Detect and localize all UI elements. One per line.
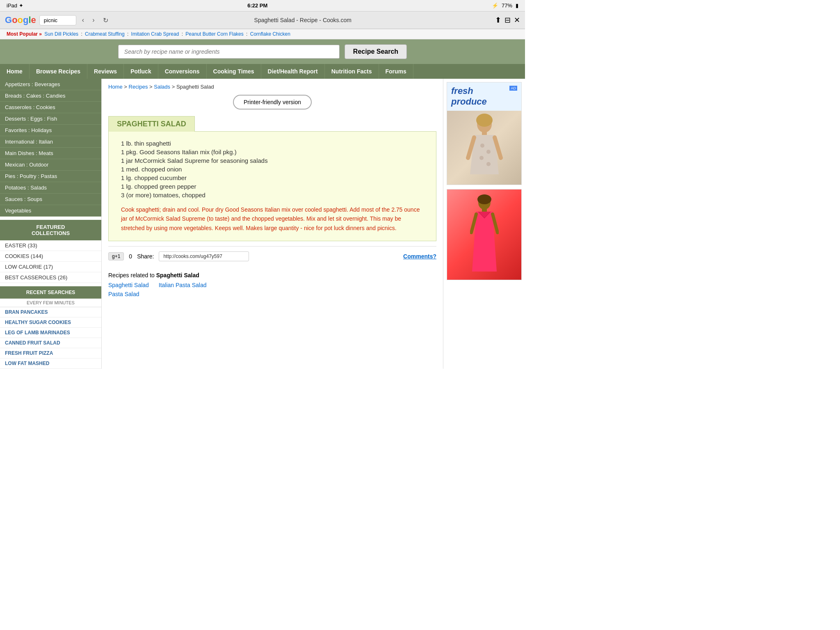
svg-rect-9 xyxy=(482,208,487,212)
breadcrumb: Home > Recipes > Salads > Spaghetti Sala… xyxy=(108,84,436,90)
related-link-3[interactable]: Pasta Salad xyxy=(108,291,139,297)
recipe-card: SPAGHETTI SALAD 1 lb. thin spaghetti 1 p… xyxy=(108,116,436,241)
ad-header: AD fresh produce xyxy=(447,82,521,111)
sidebar-item-favorites[interactable]: Favorites : Holidays xyxy=(0,125,101,136)
most-popular-bar: Most Popular » Sun Dill Pickles : Crabme… xyxy=(0,29,525,39)
popular-link-1[interactable]: Sun Dill Pickles xyxy=(44,31,78,37)
share-bar: g+1 0 Share: Comments? xyxy=(108,246,436,266)
battery-icon: ▮ xyxy=(516,2,518,9)
recipe-title: SPAGHETTI SALAD xyxy=(108,116,195,132)
svg-point-8 xyxy=(477,194,491,204)
forward-button[interactable]: › xyxy=(90,16,97,25)
status-time: 6:22 PM xyxy=(247,2,267,9)
collection-low-calorie[interactable]: LOW CALORIE (17) xyxy=(0,262,101,272)
sidebar: Appetizers : Beverages Breads : Cakes : … xyxy=(0,79,102,369)
nav-reviews[interactable]: Reviews xyxy=(87,64,124,79)
ingredient-5: 1 lg. chopped cucumber xyxy=(121,174,424,181)
ingredient-3: 1 jar McCormick Salad Supreme for season… xyxy=(121,157,424,164)
status-left: iPad ✦ xyxy=(7,2,23,9)
sidebar-item-vegetables[interactable]: Vegetables xyxy=(0,205,101,217)
recent-item-5[interactable]: FRESH FRUIT PIZZA xyxy=(0,348,101,358)
ingredient-2: 1 pkg. Good Seasons Italian mix (foil pk… xyxy=(121,148,424,155)
related-link-1[interactable]: Spaghetti Salad xyxy=(108,282,149,288)
recent-searches-header: RECENT SEARCHES xyxy=(0,286,101,299)
ingredient-1: 1 lb. thin spaghetti xyxy=(121,140,424,147)
nav-diet[interactable]: Diet/Health Report xyxy=(261,64,325,79)
site-header: Recipe Search xyxy=(0,39,525,64)
status-right: ⚡ 77% ▮ xyxy=(492,2,518,9)
nav-cooking-times[interactable]: Cooking Times xyxy=(207,64,261,79)
most-popular-label: Most Popular » xyxy=(7,31,42,37)
related-section: Recipes related to Spaghetti Salad Spagh… xyxy=(108,272,436,297)
sidebar-item-appetizers[interactable]: Appetizers : Beverages xyxy=(0,79,101,90)
svg-point-6 xyxy=(486,162,491,166)
sidebar-item-international[interactable]: International : Italian xyxy=(0,136,101,148)
url-input[interactable] xyxy=(39,15,76,25)
nav-forums[interactable]: Forums xyxy=(379,64,413,79)
nav-conversions[interactable]: Conversions xyxy=(158,64,207,79)
share-icon[interactable]: ⬆ xyxy=(495,16,501,25)
breadcrumb-current: Spaghetti Salad xyxy=(176,84,214,90)
nav-bar: Home Browse Recipes Reviews Potluck Conv… xyxy=(0,64,525,79)
recent-item-2[interactable]: HEALTHY SUGAR COOKIES xyxy=(0,317,101,328)
gplus-button[interactable]: g+1 xyxy=(108,252,124,260)
bluetooth-icon: ⚡ xyxy=(492,2,498,9)
collection-cookies[interactable]: COOKIES (144) xyxy=(0,251,101,262)
svg-point-5 xyxy=(479,156,484,160)
recent-item-1[interactable]: BRAN PANCAKES xyxy=(0,307,101,317)
nav-potluck[interactable]: Potluck xyxy=(124,64,158,79)
content-area: Home > Recipes > Salads > Spaghetti Sala… xyxy=(102,79,443,369)
featured-collections-header: FEATUREDCOLLECTIONS xyxy=(0,220,101,240)
sidebar-item-main[interactable]: Main Dishes : Meats xyxy=(0,148,101,159)
sidebar-item-potatoes[interactable]: Potatoes : Salads xyxy=(0,182,101,194)
recent-item-6[interactable]: LOW FAT MASHED xyxy=(0,358,101,369)
ad-badge: AD xyxy=(509,86,517,91)
sidebar-categories: Appetizers : Beverages Breads : Cakes : … xyxy=(0,79,101,217)
breadcrumb-salads[interactable]: Salads xyxy=(154,84,170,90)
popular-link-4[interactable]: Peanut Butter Corn Flakes xyxy=(185,31,243,37)
main-layout: Appetizers : Beverages Breads : Cakes : … xyxy=(0,79,525,369)
related-link-2[interactable]: Italian Pasta Salad xyxy=(159,282,207,288)
search-button[interactable]: Recipe Search xyxy=(345,44,407,59)
share-label: Share: xyxy=(137,253,154,260)
svg-point-4 xyxy=(486,150,491,154)
recent-item-3[interactable]: LEG OF LAMB MARINADES xyxy=(0,328,101,338)
collection-easter[interactable]: EASTER (33) xyxy=(0,240,101,251)
nav-home[interactable]: Home xyxy=(0,64,30,79)
recipe-body: 1 lb. thin spaghetti 1 pkg. Good Seasons… xyxy=(108,131,436,241)
recent-item-4[interactable]: CANNED FRUIT SALAD xyxy=(0,338,101,348)
comments-link[interactable]: Comments? xyxy=(403,253,436,260)
status-bar: iPad ✦ 6:22 PM ⚡ 77% ▮ xyxy=(0,0,525,11)
breadcrumb-home[interactable]: Home xyxy=(108,84,123,90)
sidebar-item-casseroles[interactable]: Casseroles : Cookies xyxy=(0,102,101,113)
sidebar-item-mexican[interactable]: Mexican : Outdoor xyxy=(0,159,101,171)
ad-title: fresh produce xyxy=(451,86,517,107)
ad-image-1 xyxy=(447,111,521,185)
popular-link-3[interactable]: Imitation Crab Spread xyxy=(131,31,179,37)
back-button[interactable]: ‹ xyxy=(80,16,87,25)
popular-link-2[interactable]: Crabmeat Stuffing xyxy=(85,31,125,37)
share-url-input[interactable] xyxy=(159,251,249,261)
gplus-count: 0 xyxy=(129,253,132,260)
collection-casseroles[interactable]: BEST CASSEROLES (26) xyxy=(0,272,101,283)
sidebar-item-breads[interactable]: Breads : Cakes : Candies xyxy=(0,90,101,102)
printer-friendly-button[interactable]: Printer-friendly version xyxy=(233,95,312,110)
close-icon[interactable]: ✕ xyxy=(514,16,520,25)
refresh-button[interactable]: ↻ xyxy=(100,16,111,25)
ad-box-1[interactable]: AD fresh produce xyxy=(447,82,522,185)
nav-nutrition[interactable]: Nutrition Facts xyxy=(325,64,379,79)
breadcrumb-recipes[interactable]: Recipes xyxy=(129,84,148,90)
recent-searches-sub: EVERY FEW MINUTES xyxy=(0,299,101,307)
svg-point-1 xyxy=(476,114,493,127)
svg-point-3 xyxy=(480,144,484,148)
svg-rect-2 xyxy=(482,131,487,135)
page-title: Spaghetti Salad - Recipe - Cooks.com xyxy=(114,17,492,23)
tab-search-icon[interactable]: ⊟ xyxy=(504,16,511,25)
search-input[interactable] xyxy=(118,45,340,59)
popular-link-5[interactable]: Cornflake Chicken xyxy=(250,31,290,37)
sidebar-item-sauces[interactable]: Sauces : Soups xyxy=(0,194,101,205)
nav-browse[interactable]: Browse Recipes xyxy=(30,64,87,79)
sidebar-item-pies[interactable]: Pies : Poultry : Pastas xyxy=(0,171,101,182)
sidebar-item-desserts[interactable]: Desserts : Eggs : Fish xyxy=(0,113,101,125)
ad-box-2[interactable] xyxy=(447,189,522,280)
